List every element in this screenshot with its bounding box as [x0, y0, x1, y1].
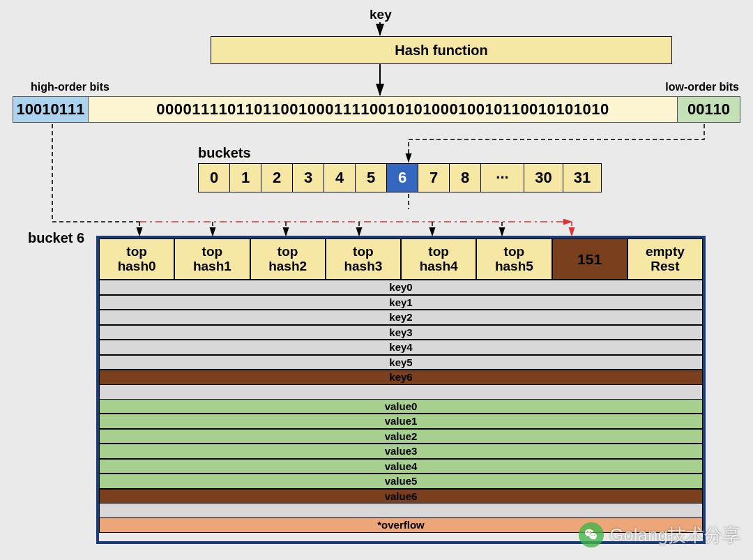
- key-rows: key0key1key2key3key4key5key6: [99, 280, 703, 385]
- value-row-4: value4: [99, 459, 703, 474]
- low-bits: 00110: [677, 97, 740, 122]
- wechat-icon: [579, 522, 604, 547]
- value-rows: value0value1value2value3value4value5valu…: [99, 399, 703, 504]
- key-row-6: key6: [99, 370, 703, 385]
- bucket-6: 6: [386, 163, 418, 192]
- value-row-3: value3: [99, 444, 703, 459]
- value-row-5: value5: [99, 474, 703, 489]
- high-bits: 10010111: [13, 97, 89, 122]
- low-order-label: low-order bits: [665, 81, 739, 93]
- tophash-0: tophash0: [99, 239, 174, 280]
- bucket-30: 30: [524, 163, 563, 192]
- key-row-5: key5: [99, 355, 703, 370]
- tophash-5: tophash5: [476, 239, 552, 280]
- bucket-1: 1: [229, 163, 261, 192]
- key-label: key: [370, 7, 392, 22]
- key-row-3: key3: [99, 325, 703, 340]
- tophash-7: emptyRest: [628, 239, 703, 280]
- tophash-1: tophash1: [174, 239, 250, 280]
- bucket-8: 8: [449, 163, 480, 192]
- value-row-0: value0: [99, 399, 703, 414]
- hash-bits-row: 10010111 0000111101101100100011110010101…: [13, 96, 740, 123]
- tophash-6: 151: [552, 239, 628, 280]
- key-row-4: key4: [99, 340, 703, 355]
- bucket-4: 4: [324, 163, 355, 192]
- bucket6-label: bucket 6: [28, 230, 84, 246]
- hash-function-box: Hash function: [211, 36, 672, 64]
- bucket-31: 31: [563, 163, 602, 192]
- bucket6-panel: tophash0tophash1tophash2tophash3tophash4…: [96, 236, 706, 544]
- bucket-5: 5: [355, 163, 386, 192]
- key-row-2: key2: [99, 310, 703, 325]
- high-order-label: high-order bits: [31, 81, 109, 93]
- key-row-1: key1: [99, 295, 703, 310]
- tophash-4: tophash4: [401, 239, 476, 280]
- value-row-2: value2: [99, 429, 703, 444]
- tophash-3: tophash3: [326, 239, 401, 280]
- tophash-2: tophash2: [250, 239, 326, 280]
- watermark: Golang技术分享: [579, 522, 740, 547]
- tophash-row: tophash0tophash1tophash2tophash3tophash4…: [99, 239, 703, 280]
- bucket-0: 0: [198, 163, 229, 192]
- bucket-···: ···: [480, 163, 524, 192]
- bucket-2: 2: [261, 163, 292, 192]
- value-row-1: value1: [99, 414, 703, 429]
- key-row-0: key0: [99, 280, 703, 295]
- buckets-row: 012345678···3031: [198, 163, 602, 192]
- value-row-6: value6: [99, 489, 703, 504]
- spacer: [99, 385, 703, 399]
- bucket-7: 7: [418, 163, 449, 192]
- bucket-3: 3: [292, 163, 324, 192]
- watermark-text: Golang技术分享: [609, 523, 740, 547]
- mid-bits: 0000111101101100100011110010101000100101…: [89, 97, 677, 122]
- buckets-label: buckets: [198, 145, 251, 161]
- spacer2: [99, 504, 703, 517]
